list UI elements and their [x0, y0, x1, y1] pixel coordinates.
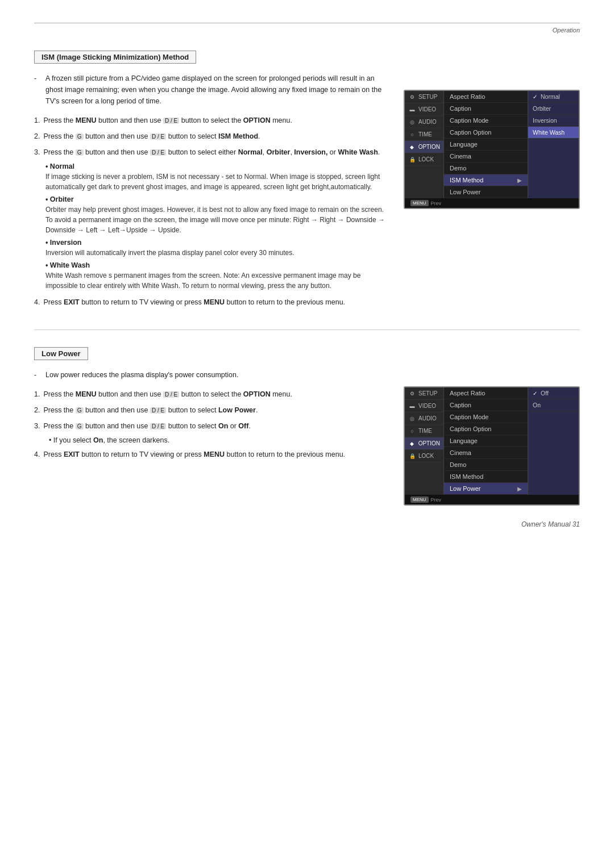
audio-icon-2: ◎	[408, 416, 416, 422]
lp-sidebar-lock: 🔒 LOCK	[405, 450, 443, 462]
lp-sidebar-setup: ⚙ SETUP	[405, 387, 443, 400]
menu-item-cinema: Cinema	[444, 151, 528, 162]
menu-btn-icon: MENU	[410, 200, 429, 206]
ism-step-4: 4. Press EXIT button to return to TV vie…	[34, 297, 387, 308]
low-power-text-column: Low power reduces the plasma display's p…	[34, 369, 387, 506]
lp-menu-caption-mode: Caption Mode	[444, 411, 528, 423]
low-power-content: Low power reduces the plasma display's p…	[34, 369, 580, 506]
lp-menu-row: ⚙ SETUP ▬ VIDEO ◎ AUDIO	[405, 387, 579, 495]
arrow-icon-2: ▶	[517, 486, 522, 492]
section-separator	[34, 329, 580, 330]
audio-icon: ◎	[408, 119, 416, 125]
lp-step-1: 1. Press the MENU button and then use D …	[34, 389, 387, 400]
video-icon-2: ▬	[408, 403, 416, 409]
sidebar-label-setup: SETUP	[418, 94, 437, 100]
sidebar-item-time: ○ TIME	[405, 128, 443, 141]
option-icon-2: ◆	[408, 441, 416, 446]
video-icon: ▬	[408, 107, 416, 112]
sidebar-label-time: TIME	[418, 131, 432, 137]
menu-item-aspect-ratio: Aspect Ratio	[444, 91, 528, 103]
low-power-section: Low Power Low power reduces the plasma d…	[34, 347, 580, 506]
lp-menu-caption: Caption	[444, 399, 528, 411]
sidebar-item-setup: ⚙ SETUP	[405, 91, 443, 103]
ism-bullet-normal: Normal If image sticking is never a prob…	[45, 162, 387, 192]
lp-sidebar-option: ◆ OPTION	[405, 437, 443, 450]
submenu-normal: Normal	[528, 91, 579, 103]
option-icon: ◆	[408, 144, 416, 150]
menu-item-ism: ISM Method▶	[444, 174, 528, 186]
ism-tv-menu-column: ⚙ SETUP ▬ VIDEO ◎ AUDIO	[404, 73, 580, 312]
submenu-inversion: Inversion	[528, 115, 579, 127]
ism-section: ISM (Image Sticking Minimization) Method…	[34, 51, 580, 312]
submenu-whitewash: White Wash	[528, 127, 579, 139]
sidebar-label-video: VIDEO	[418, 106, 436, 112]
lp-menu-cinema: Cinema	[444, 447, 528, 459]
lp-menu-aspect: Aspect Ratio	[444, 387, 528, 399]
ism-step-2: 2. Press the G button and then use D / E…	[34, 131, 387, 142]
sidebar-item-audio: ◎ AUDIO	[405, 116, 443, 128]
ism-section-title: ISM (Image Sticking Minimization) Method	[34, 51, 196, 64]
lp-step-4: 4. Press EXIT button to return to TV vie…	[34, 449, 387, 460]
low-power-title: Low Power	[34, 347, 88, 360]
lp-menu-caption-option: Caption Option	[444, 423, 528, 435]
submenu-orbiter: Orbiter	[528, 103, 579, 115]
arrow-icon: ▶	[517, 177, 522, 183]
sidebar-item-video: ▬ VIDEO	[405, 103, 443, 116]
menu-sidebar: ⚙ SETUP ▬ VIDEO ◎ AUDIO	[405, 91, 443, 198]
menu-item-caption-mode: Caption Mode	[444, 115, 528, 127]
menu-main: Aspect Ratio Caption Caption Mode Captio…	[443, 91, 528, 198]
lp-sidebar-time: ○ TIME	[405, 425, 443, 437]
lp-menu-language: Language	[444, 435, 528, 447]
menu-row: ⚙ SETUP ▬ VIDEO ◎ AUDIO	[405, 91, 579, 198]
ism-content: A frozen still picture from a PC/video g…	[34, 73, 580, 312]
lp-menu-submenu: Off On	[528, 387, 579, 495]
menu-footer-1: MENU Prev	[405, 198, 579, 208]
sidebar-label-audio: AUDIO	[418, 119, 437, 125]
lp-tv-menu-column: ⚙ SETUP ▬ VIDEO ◎ AUDIO	[404, 369, 580, 506]
ism-tv-menu: ⚙ SETUP ▬ VIDEO ◎ AUDIO	[404, 90, 580, 209]
time-icon-2: ○	[408, 428, 416, 434]
ism-bullet-whitewash: White Wash White Wash remove s permanent…	[45, 261, 387, 291]
lp-menu-sidebar: ⚙ SETUP ▬ VIDEO ◎ AUDIO	[405, 387, 443, 495]
ism-intro: A frozen still picture from a PC/video g…	[34, 73, 387, 107]
sidebar-item-option: ◆ OPTION	[405, 141, 443, 153]
lp-menu-lowpower: Low Power▶	[444, 483, 528, 495]
menu-item-demo: Demo	[444, 162, 528, 174]
lp-menu-main: Aspect Ratio Caption Caption Mode Captio…	[443, 387, 528, 495]
lock-icon-2: 🔒	[408, 453, 416, 459]
sidebar-item-lock: 🔒 LOCK	[405, 153, 443, 166]
sidebar-label-lock: LOCK	[418, 156, 434, 162]
header-section-label: Operation	[34, 27, 580, 34]
time-icon: ○	[408, 132, 416, 137]
setup-icon-2: ⚙	[408, 391, 416, 397]
lp-menu-ism: ISM Method	[444, 471, 528, 483]
lp-step-3: 3. Press the G button and then use D / E…	[34, 420, 387, 432]
menu-item-caption-option: Caption Option	[444, 127, 528, 139]
lp-submenu-on: On	[528, 399, 579, 411]
ism-text-column: A frozen still picture from a PC/video g…	[34, 73, 387, 312]
lp-menu-demo: Demo	[444, 459, 528, 471]
page-footer: Owner's Manual 31	[521, 520, 580, 528]
lp-tv-menu: ⚙ SETUP ▬ VIDEO ◎ AUDIO	[404, 386, 580, 506]
lp-sidebar-video: ▬ VIDEO	[405, 400, 443, 412]
lp-step-2: 2. Press the G button and then use D / E…	[34, 404, 387, 416]
sidebar-label-option: OPTION	[418, 144, 440, 150]
menu-submenu-ism: Normal Orbiter Inversion White Wash	[528, 91, 579, 198]
setup-icon: ⚙	[408, 94, 416, 100]
header-rule	[34, 23, 580, 23]
ism-step-3: 3. Press the G button and then use D / E…	[34, 147, 387, 158]
lp-on-bullet: • If you select On, the screen darkens.	[49, 436, 387, 444]
menu-item-caption: Caption	[444, 103, 528, 115]
lock-icon: 🔒	[408, 157, 416, 162]
lp-menu-footer: MENU Prev	[405, 495, 579, 504]
lp-submenu-off: Off	[528, 387, 579, 399]
ism-step-1: 1. Press the MENU button and then use D …	[34, 115, 387, 126]
lp-sidebar-audio: ◎ AUDIO	[405, 412, 443, 425]
menu-item-low-power: Low Power	[444, 186, 528, 198]
ism-bullet-orbiter: Orbiter Orbiter may help prevent ghost i…	[45, 195, 387, 235]
menu-item-language: Language	[444, 139, 528, 151]
menu-btn-icon-2: MENU	[410, 496, 429, 503]
low-power-intro: Low power reduces the plasma display's p…	[34, 369, 387, 381]
page-container: Operation ISM (Image Sticking Minimizati…	[0, 0, 614, 545]
ism-bullet-inversion: Inversion Inversion will automatically i…	[45, 239, 387, 258]
